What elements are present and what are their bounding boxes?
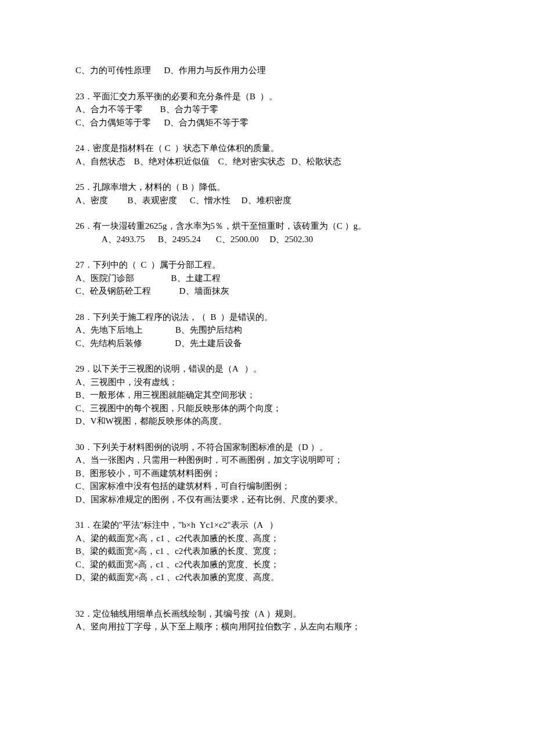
q27-options-1: A、医院门诊部 B、土建工程 [75, 272, 459, 285]
q27-options-2: C、砼及钢筋砼工程 D、墙面抹灰 [75, 285, 459, 298]
q23-options-2: C、合力偶矩等于零 D、合力偶矩不等于零 [75, 116, 459, 129]
q30-option-b: B、图形较小，可不画建筑材料图例； [75, 467, 459, 480]
q29-option-c: C、三视图中的每个视图，只能反映形体的两个向度； [75, 402, 459, 415]
q25-stem: 25．孔隙率增大，材料的（ B ）降低。 [75, 181, 459, 194]
q23-options-1: A、合力不等于零 B、合力等于零 [75, 103, 459, 116]
q31-option-b: B、梁的截面宽×高，c1 、c2代表加腋的长度、宽度； [75, 545, 459, 558]
q28-options-1: A、先地下后地上 B、先围护后结构 [75, 323, 459, 337]
q31-option-a: A、梁的截面宽×高，c1 、c2代表加腋的长度、高度； [75, 532, 459, 545]
q24-stem: 24．密度是指材料在（ C ）状态下单位体积的质量。 [75, 142, 459, 155]
q30-option-a: A、当一张图内，只需用一种图例时，可不画图例，加文字说明即可； [75, 453, 459, 467]
q26-options: A、2493.75 B、2495.24 C、2500.00 D、2502.30 [75, 233, 459, 246]
q24-options: A、自然状态 B、绝对体积近似值 C、绝对密实状态 D、松散状态 [75, 155, 459, 168]
q32-option-a: A、竖向用拉丁字母，从下至上顺序；横向用阿拉伯数字，从左向右顺序； [75, 620, 459, 633]
q25-options: A、密度 B、表观密度 C、憎水性 D、堆积密度 [75, 194, 459, 207]
q30-option-d: D、国家标准规定的图例，不仅有画法要求，还有比例、尺度的要求。 [75, 493, 459, 506]
q22-option-line: C、力的可传性原理 D、作用力与反作用力公理 [75, 64, 459, 77]
q26-stem: 26．有一块湿砖重2625g，含水率为5％，烘干至恒重时，该砖重为（C ）g。 [75, 219, 459, 233]
q28-options-2: C、先结构后装修 D、先土建后设备 [75, 337, 459, 350]
q31-option-d: D、梁的截面宽×高，c1 、c2代表加腋的宽度、高度。 [75, 571, 459, 584]
q30-option-c: C、国家标准中没有包括的建筑材料，可自行编制图例； [75, 480, 459, 493]
q27-stem: 27．下列中的（ C ）属于分部工程。 [75, 258, 459, 272]
q29-option-b: B、一般形体，用三视图就能确定其空间形状； [75, 388, 459, 402]
q31-option-c: C、梁的截面宽×高，c1 、c2代表加腋的宽度、长度； [75, 558, 459, 571]
q23-stem: 23．平面汇交力系平衡的必要和充分条件是（B ）。 [75, 90, 459, 103]
q29-stem: 29．以下关于三视图的说明，错误的是（A ）。 [75, 362, 459, 376]
q28-stem: 28．下列关于施工程序的说法，（ B ）是错误的。 [75, 311, 459, 324]
q30-stem: 30．下列关于材料图例的说明，不符合国家制图标准的是（D ）。 [75, 441, 459, 454]
q32-stem: 32．定位轴线用细单点长画线绘制，其编号按（A ）规则。 [75, 607, 459, 621]
q31-stem: 31．在梁的"平法"标注中，"b×h Yc1×c2"表示（A ） [75, 519, 459, 532]
q29-option-a: A、三视图中，没有虚线； [75, 376, 459, 389]
q29-option-d: D、V和W视图，都能反映形体的高度。 [75, 415, 459, 428]
